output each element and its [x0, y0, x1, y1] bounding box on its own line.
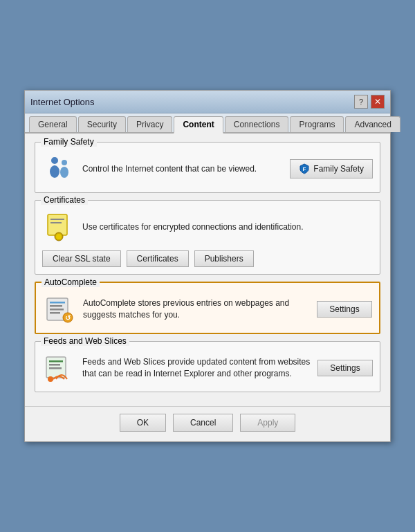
svg-rect-14 — [50, 312, 60, 314]
family-safety-row: Control the Internet content that can be… — [42, 152, 373, 185]
internet-options-dialog: Internet Options ? ✕ General Security Pr… — [24, 90, 391, 442]
svg-rect-20 — [49, 367, 62, 369]
tab-privacy[interactable]: Privacy — [127, 116, 172, 132]
family-safety-icon-box — [42, 152, 75, 185]
dialog-footer: OK Cancel Apply — [25, 406, 390, 441]
certificates-row: Use certificates for encrypted connectio… — [42, 210, 373, 244]
svg-rect-7 — [50, 222, 62, 223]
svg-point-1 — [50, 165, 59, 178]
feeds-row: Feeds and Web Slices provide updated con… — [42, 351, 373, 385]
family-safety-button[interactable]: F Family Safety — [290, 159, 373, 178]
svg-rect-19 — [49, 364, 60, 366]
publishers-button[interactable]: Publishers — [194, 250, 254, 267]
svg-point-0 — [51, 157, 58, 164]
svg-rect-11 — [50, 302, 65, 304]
feeds-icon-box — [42, 351, 75, 385]
feeds-section: Feeds and Web Slices Feeds and Web Slice… — [35, 341, 380, 392]
autocomplete-settings-button[interactable]: Settings — [317, 301, 372, 318]
apply-button[interactable]: Apply — [240, 414, 295, 432]
family-safety-text: Control the Internet content that can be… — [82, 163, 283, 175]
autocomplete-icon-box: ↺ — [43, 293, 76, 326]
autocomplete-section: AutoComplete ↺ AutoComplete stores previ… — [35, 282, 380, 334]
autocomplete-icon: ↺ — [44, 294, 75, 324]
svg-point-3 — [60, 167, 68, 178]
title-bar: Internet Options ? ✕ — [25, 91, 390, 113]
tab-advanced[interactable]: Advanced — [345, 116, 400, 132]
autocomplete-title: AutoComplete — [42, 277, 100, 287]
svg-rect-12 — [50, 305, 62, 307]
tab-content[interactable]: Content — [174, 116, 223, 134]
close-button[interactable]: ✕ — [371, 95, 385, 109]
svg-text:↺: ↺ — [65, 314, 71, 322]
svg-rect-18 — [49, 360, 63, 363]
svg-point-9 — [56, 234, 62, 239]
shield-icon: F — [299, 163, 310, 174]
clear-ssl-button[interactable]: Clear SSL state — [42, 250, 121, 267]
svg-rect-5 — [48, 214, 67, 235]
cancel-button[interactable]: Cancel — [173, 414, 233, 432]
tab-content-panel: Family Safety Control the Internet conte… — [25, 134, 390, 406]
tab-connections[interactable]: Connections — [225, 116, 289, 132]
certificates-button[interactable]: Certificates — [127, 250, 189, 267]
tab-bar: General Security Privacy Content Connect… — [25, 113, 390, 134]
certificates-section: Certificates Use certificates for encryp… — [35, 200, 380, 275]
svg-rect-13 — [50, 309, 64, 311]
tab-general[interactable]: General — [29, 116, 77, 132]
help-button[interactable]: ? — [354, 95, 368, 109]
feeds-title: Feeds and Web Slices — [41, 336, 129, 346]
family-safety-title: Family Safety — [41, 137, 97, 147]
svg-rect-6 — [50, 219, 64, 220]
feeds-icon — [44, 353, 74, 383]
certificates-icon-box — [42, 210, 75, 244]
svg-text:F: F — [303, 166, 306, 172]
certificate-icon — [44, 212, 74, 242]
title-bar-buttons: ? ✕ — [354, 95, 385, 109]
svg-point-2 — [62, 160, 67, 165]
certificates-buttons: Clear SSL state Certificates Publishers — [42, 250, 373, 267]
family-icon — [44, 154, 74, 184]
feeds-text: Feeds and Web Slices provide updated con… — [82, 356, 311, 380]
family-safety-section: Family Safety Control the Internet conte… — [35, 142, 380, 193]
certificates-text: Use certificates for encrypted connectio… — [82, 221, 373, 233]
svg-point-21 — [48, 376, 53, 382]
autocomplete-text: AutoComplete stores previous entries on … — [83, 297, 310, 321]
autocomplete-row: ↺ AutoComplete stores previous entries o… — [43, 293, 372, 326]
feeds-settings-button[interactable]: Settings — [317, 360, 373, 376]
tab-security[interactable]: Security — [78, 116, 126, 132]
tab-programs[interactable]: Programs — [290, 116, 344, 132]
window-title: Internet Options — [30, 97, 95, 107]
ok-button[interactable]: OK — [120, 414, 166, 432]
certificates-title: Certificates — [41, 195, 88, 205]
